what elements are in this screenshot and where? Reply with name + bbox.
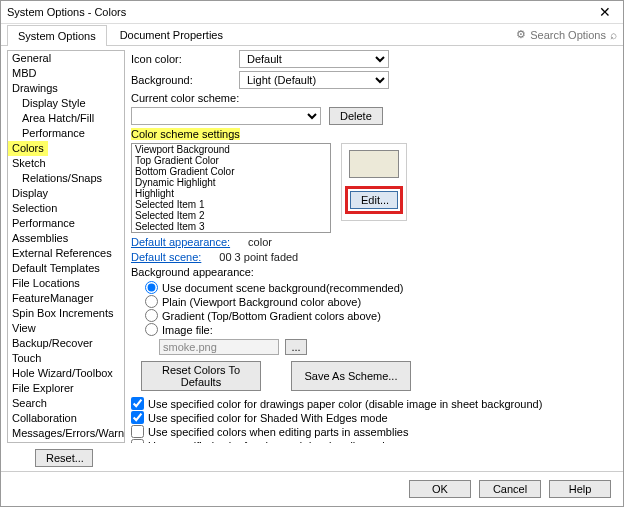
sidebar-item-assemblies[interactable]: Assemblies bbox=[8, 231, 124, 246]
search-box[interactable]: ⚙ Search Options ⌕ bbox=[516, 28, 617, 42]
bg-radios: Use document scene background(recommende… bbox=[131, 281, 615, 336]
list-item[interactable]: Selected Item 1 bbox=[132, 199, 330, 210]
sidebar-item-relations[interactable]: Relations/Snaps bbox=[8, 171, 124, 186]
sidebar-item-hole-wizard[interactable]: Hole Wizard/Toolbox bbox=[8, 366, 124, 381]
checkboxes: Use specified color for drawings paper c… bbox=[131, 397, 615, 443]
background-appearance-label: Background appearance: bbox=[131, 266, 615, 278]
tab-document-properties[interactable]: Document Properties bbox=[109, 24, 234, 45]
sidebar-item-area-hatch[interactable]: Area Hatch/Fill bbox=[8, 111, 124, 126]
list-item[interactable]: Selected Item 3 bbox=[132, 221, 330, 232]
content: General MBD Drawings Display Style Area … bbox=[1, 46, 623, 443]
sidebar-item-mbd[interactable]: MBD bbox=[8, 66, 124, 81]
color-scheme-list[interactable]: Viewport Background Top Gradient Color B… bbox=[131, 143, 331, 233]
sidebar-item-file-locations[interactable]: File Locations bbox=[8, 276, 124, 291]
image-file-input bbox=[159, 339, 279, 355]
titlebar: System Options - Colors ✕ bbox=[1, 1, 623, 24]
sidebar[interactable]: General MBD Drawings Display Style Area … bbox=[7, 50, 125, 443]
sidebar-item-featuremanager[interactable]: FeatureManager bbox=[8, 291, 124, 306]
sidebar-item-touch[interactable]: Touch bbox=[8, 351, 124, 366]
delete-button[interactable]: Delete bbox=[329, 107, 383, 125]
main-panel: Icon color: Default Background: Light (D… bbox=[131, 50, 617, 443]
color-swatch bbox=[349, 150, 399, 178]
default-scene-value: 00 3 point faded bbox=[219, 251, 298, 263]
check-editing-parts[interactable]: Use specified colors when editing parts … bbox=[131, 425, 615, 438]
sidebar-item-file-explorer[interactable]: File Explorer bbox=[8, 381, 124, 396]
reset-colors-button[interactable]: Reset Colors To Defaults bbox=[141, 361, 261, 391]
save-scheme-button[interactable]: Save As Scheme... bbox=[291, 361, 411, 391]
edit-button[interactable]: Edit... bbox=[350, 191, 398, 209]
sidebar-item-collaboration[interactable]: Collaboration bbox=[8, 411, 124, 426]
sidebar-item-colors[interactable]: Colors bbox=[8, 141, 48, 156]
current-scheme-label: Current color scheme: bbox=[131, 92, 615, 104]
search-placeholder: Search Options bbox=[530, 29, 606, 41]
check-paper-color[interactable]: Use specified color for drawings paper c… bbox=[131, 397, 615, 410]
cancel-button[interactable]: Cancel bbox=[479, 480, 541, 498]
tabbar: System Options Document Properties ⚙ Sea… bbox=[1, 24, 623, 46]
window-title: System Options - Colors bbox=[7, 6, 126, 18]
sidebar-item-selection[interactable]: Selection bbox=[8, 201, 124, 216]
edit-highlight: Edit... bbox=[345, 186, 403, 214]
current-scheme-select[interactable] bbox=[131, 107, 321, 125]
sidebar-item-backup[interactable]: Backup/Recover bbox=[8, 336, 124, 351]
browse-button[interactable]: ... bbox=[285, 339, 307, 355]
sidebar-item-default-templates[interactable]: Default Templates bbox=[8, 261, 124, 276]
swatch-column: Edit... bbox=[341, 143, 407, 221]
background-select[interactable]: Light (Default) bbox=[239, 71, 389, 89]
list-item[interactable]: Selected Item 4 bbox=[132, 232, 330, 233]
radio-doc-scene[interactable]: Use document scene background(recommende… bbox=[145, 281, 615, 294]
radio-gradient[interactable]: Gradient (Top/Bottom Gradient colors abo… bbox=[145, 309, 615, 322]
color-scheme-settings-label: Color scheme settings bbox=[131, 128, 240, 140]
radio-image[interactable]: Image file: bbox=[145, 323, 615, 336]
sidebar-item-search[interactable]: Search bbox=[8, 396, 124, 411]
footer: OK Cancel Help bbox=[1, 471, 623, 506]
list-item[interactable]: Highlight bbox=[132, 188, 330, 199]
list-item[interactable]: Bottom Gradient Color bbox=[132, 166, 330, 177]
radio-plain[interactable]: Plain (Viewport Background color above) bbox=[145, 295, 615, 308]
sidebar-item-external-refs[interactable]: External References bbox=[8, 246, 124, 261]
sidebar-item-display[interactable]: Display bbox=[8, 186, 124, 201]
sidebar-item-display-style[interactable]: Display Style bbox=[8, 96, 124, 111]
list-item[interactable]: Selected Item 2 bbox=[132, 210, 330, 221]
list-item[interactable]: Viewport Background bbox=[132, 144, 330, 155]
icon-color-select[interactable]: Default bbox=[239, 50, 389, 68]
check-shaded-edges[interactable]: Use specified color for Shaded With Edge… bbox=[131, 411, 615, 424]
reset-button[interactable]: Reset... bbox=[35, 449, 93, 467]
sidebar-item-view[interactable]: View bbox=[8, 321, 124, 336]
default-appearance-link[interactable]: Default appearance: bbox=[131, 236, 230, 248]
list-item[interactable]: Top Gradient Color bbox=[132, 155, 330, 166]
default-appearance-value: color bbox=[248, 236, 272, 248]
sidebar-item-spin-box[interactable]: Spin Box Increments bbox=[8, 306, 124, 321]
ok-button[interactable]: OK bbox=[409, 480, 471, 498]
list-item[interactable]: Dynamic Highlight bbox=[132, 177, 330, 188]
icon-color-label: Icon color: bbox=[131, 53, 231, 65]
sidebar-item-general[interactable]: General bbox=[8, 51, 124, 66]
sidebar-item-sketch[interactable]: Sketch bbox=[8, 156, 124, 171]
search-icon: ⌕ bbox=[610, 28, 617, 42]
sidebar-item-messages[interactable]: Messages/Errors/Warnings bbox=[8, 426, 124, 441]
close-icon[interactable]: ✕ bbox=[593, 4, 617, 20]
gear-icon: ⚙ bbox=[516, 28, 526, 41]
sidebar-item-drawings[interactable]: Drawings bbox=[8, 81, 124, 96]
sidebar-item-performance[interactable]: Performance bbox=[8, 216, 124, 231]
tab-system-options[interactable]: System Options bbox=[7, 25, 107, 46]
background-label: Background: bbox=[131, 74, 231, 86]
options-dialog: System Options - Colors ✕ System Options… bbox=[0, 0, 624, 507]
sidebar-item-performance-sub[interactable]: Performance bbox=[8, 126, 124, 141]
help-button[interactable]: Help bbox=[549, 480, 611, 498]
default-scene-link[interactable]: Default scene: bbox=[131, 251, 201, 263]
